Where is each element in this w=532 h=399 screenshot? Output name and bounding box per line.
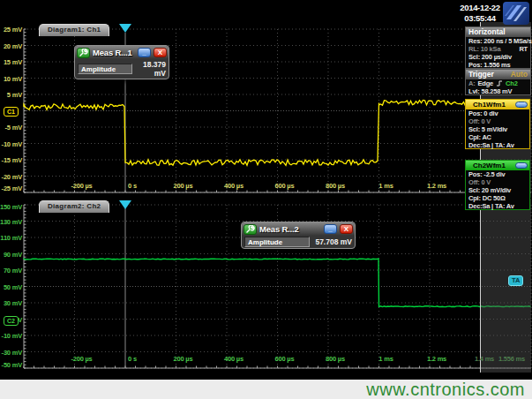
- trace-ch1: [24, 100, 480, 165]
- d1-x-axis-label: 1.2 ms: [427, 182, 446, 190]
- ch1-position: Pos: 0 div: [468, 109, 498, 117]
- d2-y-axis-label: 130 mV: [0, 217, 22, 225]
- d2-x-axis-label: 400 µs: [224, 355, 244, 363]
- d1-x-axis-label: 400 µs: [224, 182, 244, 190]
- d2-y-axis-label: -10 mV: [2, 332, 22, 340]
- ch2-coupling: Cpl: DC 50Ω: [468, 194, 506, 202]
- meas1-body: Amplitude 18.379 mV: [75, 59, 169, 79]
- ch1-scale: Scl: 5 mV/div: [468, 125, 507, 133]
- meas-result-popup-1[interactable]: Meas R...1 _ X Amplitude 18.379 mV: [74, 45, 169, 79]
- channel1-offset-marker[interactable]: C1: [4, 107, 19, 117]
- d2-y-axis-label: -30 mV: [2, 348, 22, 356]
- oscilloscope-screen: Diagram1: Ch1 Diagram2: Ch2 C1 C2 TA Mea…: [0, 0, 532, 399]
- time-text: 03:55:44: [458, 13, 502, 24]
- d2-x-axis-label-dim: 1.4 ms: [475, 355, 494, 363]
- d2-x-axis-label: 1 ms: [378, 355, 393, 363]
- horizontal-title: Horizontal: [468, 27, 506, 37]
- d2-x-axis-label: 200 µs: [174, 355, 193, 363]
- ch2-waveform-panel[interactable]: Ch2Wfm1 Pos: -2.5 div Off: 0 V Scl: 20 m…: [465, 160, 530, 210]
- ch1-coupling: Cpl: AC: [468, 133, 491, 141]
- realtime-indicator: RT: [519, 45, 528, 53]
- ch1-panel-title: Ch1Wfm1: [473, 101, 506, 109]
- meas1-close-button[interactable]: X: [154, 48, 167, 57]
- trigger-a-label: A:: [468, 79, 476, 87]
- d2-y-axis-label: 50 mV: [4, 282, 22, 290]
- meas2-title: Meas R...2: [259, 224, 321, 234]
- trigger-title: Trigger: [468, 70, 494, 79]
- d1-y-axis-label: -5 mV: [5, 124, 22, 132]
- measurement-settings-icon[interactable]: [77, 48, 90, 58]
- trigger-mode: Auto: [511, 70, 528, 79]
- ch2-offset: Off: 0 V: [468, 178, 491, 186]
- d1-x-axis-label: 1 ms: [378, 182, 393, 190]
- meas2-close-button[interactable]: X: [340, 224, 353, 234]
- meas1-minimize-button[interactable]: _: [138, 48, 151, 57]
- d2-y-axis-label: 70 mV: [4, 267, 22, 275]
- rohde-schwarz-logo-icon: [503, 2, 529, 25]
- ch1-offset: Off: 0 V: [468, 117, 491, 125]
- ch1-panel-minimize-button[interactable]: [515, 102, 528, 108]
- d1-y-axis-label: 10 mV: [4, 74, 22, 82]
- trigger-type: Edge: [478, 79, 494, 87]
- edge-slope-icon: [496, 79, 503, 88]
- d2-y-axis-label: 110 mV: [0, 234, 22, 242]
- ch2-position: Pos: -2.5 div: [468, 170, 506, 178]
- ch2-decimation: Dec:Sa | TA: Av: [468, 202, 514, 210]
- d2-y-axis-label: 90 mV: [4, 250, 22, 258]
- d1-y-axis-label: 20 mV: [4, 41, 22, 49]
- meas2-minimize-button[interactable]: _: [324, 224, 337, 234]
- horizontal-resolution: Res: 200 ns / 5 MSa/s: [468, 37, 532, 45]
- d2-x-axis-label: -200 µs: [71, 355, 92, 363]
- d1-y-axis-label: 25 mV: [4, 26, 22, 34]
- horizontal-scale: Scl: 200 µs/div: [468, 53, 512, 61]
- d2-x-axis-label: 1.2 ms: [427, 355, 446, 363]
- ch2-panel-title: Ch2Wfm1: [473, 162, 506, 169]
- tab-diagram2[interactable]: Diagram2: Ch2: [39, 200, 109, 213]
- meas1-titlebar[interactable]: Meas R...1 _ X: [75, 46, 169, 59]
- watermark-bar: www.cntronics.com: [0, 380, 532, 399]
- trigger-level-badge[interactable]: TA: [508, 275, 523, 286]
- d2-y-axis-label: 150 mV: [0, 203, 22, 211]
- d1-x-axis-label: -200 µs: [71, 182, 92, 190]
- d2-x-axis-label: 600 µs: [275, 355, 295, 363]
- trigger-position-marker-diagram2[interactable]: [119, 200, 131, 209]
- horizontal-settings-box[interactable]: Horizontal Res: 200 ns / 5 MSa/s RL: 10 …: [465, 26, 531, 69]
- datetime-display: 2014-12-22 03:55:44: [458, 3, 502, 24]
- d2-x-axis-label-dim: 1.556 ms: [498, 355, 525, 363]
- trigger-source: Ch2: [506, 79, 518, 87]
- watermark-text: www.cntronics.com: [366, 380, 525, 399]
- ch2-panel-minimize-button[interactable]: [515, 162, 528, 169]
- d1-x-axis-label: 0 s: [128, 182, 137, 190]
- d1-y-axis-label: -15 mV: [2, 156, 22, 164]
- meas1-param-field[interactable]: Amplitude: [78, 64, 132, 74]
- d1-x-axis-label: 600 µs: [275, 182, 295, 190]
- horizontal-record-length: RL: 10 kSa: [468, 45, 500, 53]
- d2-y-axis-label: 30 mV: [4, 299, 22, 307]
- meas2-titlebar[interactable]: Meas R...2 _ X: [242, 222, 355, 236]
- trigger-position-marker-diagram1[interactable]: [119, 24, 131, 33]
- trigger-level: Lvl: 58.258 mV: [468, 87, 512, 95]
- d1-y-axis-label: 15 mV: [4, 58, 22, 66]
- ch1-waveform-panel[interactable]: Ch1Wfm1 Pos: 0 div Off: 0 V Scl: 5 mV/di…: [465, 99, 530, 149]
- horizontal-position: Pos: 1.556 ms: [468, 61, 510, 69]
- channel2-offset-marker[interactable]: C2: [4, 316, 19, 326]
- measurement-settings-icon[interactable]: [244, 224, 257, 235]
- d2-x-axis-label: 0 s: [128, 355, 137, 363]
- d1-y-axis-label: 5 mV: [7, 91, 22, 99]
- meas2-value: 57.708 mV: [313, 237, 352, 246]
- d1-y-axis-label: -10 mV: [2, 139, 22, 147]
- tab-diagram1[interactable]: Diagram1: Ch1: [39, 24, 109, 36]
- d1-x-axis-label: 200 µs: [174, 182, 193, 190]
- d1-y-axis-label: -20 mV: [2, 172, 22, 180]
- d1-x-axis-label: 800 µs: [326, 182, 345, 190]
- meas1-value: 18.379 mV: [136, 60, 166, 78]
- d1-y-axis-label: -25 mV: [2, 184, 22, 192]
- meas2-param-field[interactable]: Amplitude: [244, 237, 310, 247]
- ch2-scale: Scl: 20 mV/div: [468, 186, 511, 194]
- d2-y-axis-label: -50 mV: [2, 361, 22, 369]
- meas2-body: Amplitude 57.708 mV: [242, 236, 355, 248]
- date-text: 2014-12-22: [458, 3, 502, 13]
- trigger-settings-box[interactable]: TriggerAuto A: Edge Ch2 Lvl: 58.258 mV: [465, 69, 531, 95]
- d2-x-axis-label: 800 µs: [326, 355, 345, 363]
- meas-result-popup-2[interactable]: Meas R...2 _ X Amplitude 57.708 mV: [241, 222, 356, 249]
